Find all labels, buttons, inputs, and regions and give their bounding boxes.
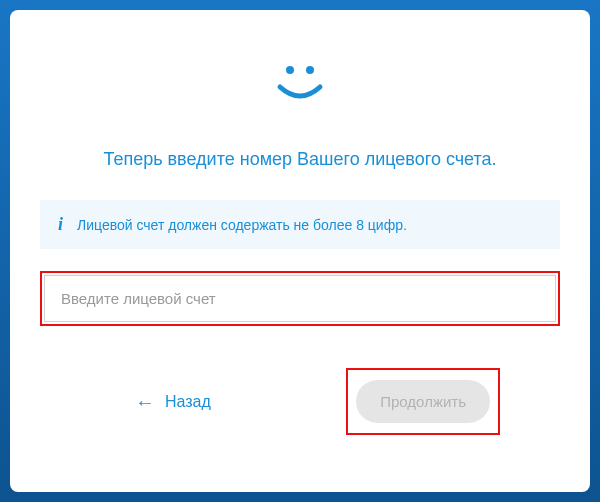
back-button[interactable]: ← Назад — [135, 392, 211, 412]
smiley-icon — [270, 55, 330, 119]
arrow-left-icon: ← — [135, 392, 155, 412]
prompt-text: Теперь введите номер Вашего лицевого сче… — [103, 149, 496, 170]
info-icon: i — [58, 214, 63, 235]
account-number-input[interactable] — [44, 275, 556, 322]
input-highlight — [40, 271, 560, 326]
back-button-label: Назад — [165, 393, 211, 411]
hint-text: Лицевой счет должен содержать не более 8… — [77, 217, 407, 233]
continue-button[interactable]: Продолжить — [356, 380, 490, 423]
continue-highlight: Продолжить — [346, 368, 500, 435]
svg-point-0 — [286, 66, 294, 74]
actions-row: ← Назад Продолжить — [40, 368, 560, 435]
hint-box: i Лицевой счет должен содержать не более… — [40, 200, 560, 249]
svg-point-1 — [306, 66, 314, 74]
dialog-card: Теперь введите номер Вашего лицевого сче… — [10, 10, 590, 492]
